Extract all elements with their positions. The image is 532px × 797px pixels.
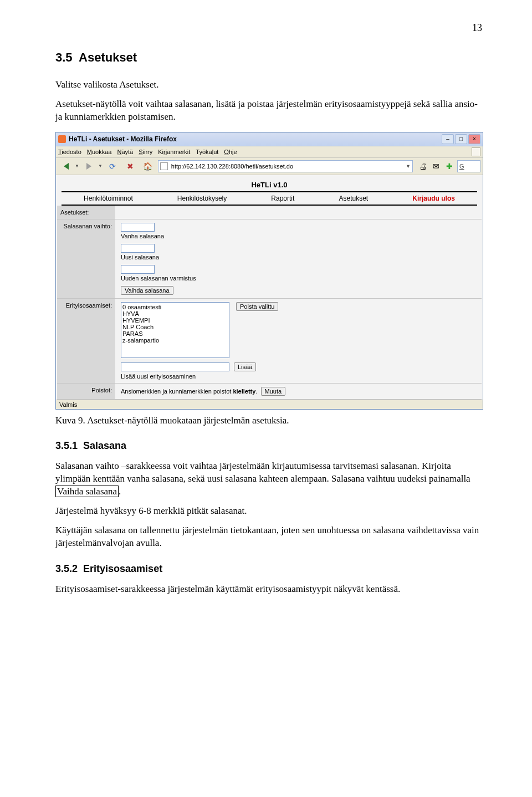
mail-icon[interactable]: ✉ bbox=[431, 161, 442, 171]
removals-text: Ansiomerkkien ja kunniamerkkien poistot bbox=[121, 388, 233, 395]
print-icon[interactable]: 🖨 bbox=[417, 161, 428, 171]
url-dropdown-icon[interactable]: ▼ bbox=[406, 164, 411, 169]
browser-window: HeTLi - Asetukset - Mozilla Firefox – □ … bbox=[55, 132, 483, 410]
firefox-icon bbox=[58, 135, 66, 143]
list-item[interactable]: 0 osaamistesti bbox=[122, 304, 228, 310]
stop-button[interactable]: ✖ bbox=[122, 160, 138, 173]
confirm-password-label: Uuden salasanan varmistus bbox=[121, 275, 476, 282]
subsection-2-title: Erityisosaamiset bbox=[83, 563, 162, 574]
password-section-body: Vanha salasana Uusi salasana Uuden salas… bbox=[115, 219, 482, 299]
removals-bold: kielletty bbox=[233, 388, 255, 395]
back-menu-chevron[interactable]: ▼ bbox=[75, 164, 79, 168]
sub1-p1-text-b: . bbox=[119, 486, 121, 497]
window-controls: – □ × bbox=[442, 134, 480, 144]
removals-section-body: Ansiomerkkien ja kunniamerkkien poistot … bbox=[115, 384, 482, 400]
page-number: 13 bbox=[55, 22, 482, 34]
menu-nayta[interactable]: Näytä bbox=[117, 149, 133, 155]
add-skill-label: Lisää uusi erityisosaaminen bbox=[121, 373, 476, 380]
section-number: 3.5 bbox=[55, 50, 73, 64]
add-icon[interactable]: ✚ bbox=[444, 161, 455, 171]
sub1-p1-text-a: Salasanan vaihto –sarakkeessa voit vaiht… bbox=[55, 461, 470, 484]
subsection-1-title: Salasana bbox=[83, 440, 126, 451]
window-title: HeTLi - Asetukset - Mozilla Firefox bbox=[69, 135, 442, 143]
reload-button[interactable]: ⟳ bbox=[105, 160, 120, 173]
figure-caption: Kuva 9. Asetukset-näytöllä muokataan jär… bbox=[55, 415, 482, 426]
section-title-text: Asetukset bbox=[79, 50, 137, 64]
confirm-password-field[interactable] bbox=[121, 265, 155, 274]
menu-muokkaa[interactable]: Muokkaa bbox=[87, 149, 112, 155]
list-item[interactable]: HYVEMPI bbox=[122, 317, 228, 324]
password-section-label: Salasanan vaihto: bbox=[57, 219, 115, 299]
intro-paragraph-1: Valitse valikosta Asetukset. bbox=[55, 79, 482, 91]
figure-screenshot: HeTLi - Asetukset - Mozilla Firefox – □ … bbox=[55, 132, 482, 410]
nav-raportit[interactable]: Raportit bbox=[265, 195, 300, 202]
menu-siirry[interactable]: Siirry bbox=[139, 149, 152, 155]
maximize-button[interactable]: □ bbox=[455, 134, 467, 144]
home-button[interactable]: 🏠 bbox=[140, 160, 156, 173]
subsection-1-heading: 3.5.1 Salasana bbox=[55, 440, 482, 452]
extension-icons: 🖨 ✉ ✚ bbox=[417, 161, 455, 171]
add-skill-field[interactable] bbox=[121, 362, 229, 371]
section-heading: 3.5 Asetukset bbox=[55, 50, 482, 65]
sub2-paragraph-1: Erityisosaamiset-sarakkeessa järjestelmä… bbox=[55, 583, 482, 596]
removals-section-label: Poistot: bbox=[57, 384, 115, 400]
new-password-field[interactable] bbox=[121, 244, 155, 253]
tab-close-icon[interactable] bbox=[472, 147, 480, 156]
app-version-header: HeTLi v1.0 bbox=[62, 176, 477, 192]
add-skill-button[interactable]: Lisää bbox=[234, 362, 256, 371]
new-password-label: Uusi salasana bbox=[121, 254, 476, 260]
menu-kirjanmerkit[interactable]: Kirjanmerkit bbox=[158, 149, 190, 155]
browser-toolbar: ▼ ▼ ⟳ ✖ 🏠 ▼ 🖨 ✉ ✚ G bbox=[56, 158, 483, 175]
remove-selected-button[interactable]: Poista valittu bbox=[236, 302, 278, 311]
close-button[interactable]: × bbox=[468, 134, 480, 144]
removals-text-end: . bbox=[255, 388, 257, 395]
sub1-paragraph-1: Salasanan vaihto –sarakkeessa voit vaiht… bbox=[55, 460, 482, 498]
change-password-button[interactable]: Vaihda salasana bbox=[121, 286, 173, 295]
minimize-button[interactable]: – bbox=[442, 134, 454, 144]
url-input[interactable] bbox=[170, 162, 403, 170]
nav-henkilotoiminnot[interactable]: Henkilötoiminnot bbox=[78, 195, 139, 202]
old-password-field[interactable] bbox=[121, 223, 155, 232]
nav-henkilostokysely[interactable]: Henkilöstökysely bbox=[172, 195, 232, 202]
list-item[interactable]: HYVÄ bbox=[122, 310, 228, 317]
address-bar[interactable]: ▼ bbox=[158, 160, 413, 172]
subsection-1-number: 3.5.1 bbox=[55, 440, 78, 451]
search-engine-icon: G bbox=[459, 163, 464, 170]
old-password-label: Vanha salasana bbox=[121, 233, 476, 239]
sub1-paragraph-3: Käyttäjän salasana on tallennettu järjes… bbox=[55, 524, 482, 550]
app-nav: Henkilötoiminnot Henkilöstökysely Raport… bbox=[62, 192, 477, 206]
settings-grid: Asetukset: Salasanan vaihto: Vanha salas… bbox=[57, 206, 482, 400]
subsection-2-heading: 3.5.2 Erityisosaamiset bbox=[55, 563, 482, 575]
search-box[interactable]: G bbox=[457, 160, 480, 172]
forward-button[interactable] bbox=[81, 160, 97, 173]
change-removals-button[interactable]: Muuta bbox=[261, 387, 286, 396]
list-item[interactable]: z-salampartio bbox=[122, 337, 228, 344]
list-item[interactable]: PARAS bbox=[122, 330, 228, 337]
subsection-2-number: 3.5.2 bbox=[55, 563, 78, 574]
boxed-button-label: Vaihda salasana bbox=[55, 486, 119, 497]
nav-asetukset[interactable]: Asetukset bbox=[333, 195, 374, 202]
back-button[interactable] bbox=[58, 160, 74, 173]
intro-paragraph-2: Asetukset-näytöllä voit vaihtaa salasana… bbox=[55, 98, 482, 124]
menu-tiedosto[interactable]: Tiedosto bbox=[58, 149, 81, 155]
nav-logout[interactable]: Kirjaudu ulos bbox=[407, 195, 461, 202]
page-icon bbox=[160, 162, 168, 170]
menu-ohje[interactable]: Ohje bbox=[224, 149, 237, 155]
skills-section-label: Erityisosaamiset: bbox=[57, 299, 115, 384]
skills-section-body: 0 osaamistesti HYVÄ HYVEMPI NLP Coach PA… bbox=[115, 299, 482, 384]
menu-tyokalut[interactable]: Työkalut bbox=[196, 149, 218, 155]
browser-menubar: Tiedosto Muokkaa Näytä Siirry Kirjanmerk… bbox=[56, 146, 483, 158]
sub1-paragraph-2: Järjestelmä hyväksyy 6-8 merkkiä pitkät … bbox=[55, 505, 482, 518]
forward-menu-chevron[interactable]: ▼ bbox=[98, 164, 103, 168]
settings-heading: Asetukset: bbox=[57, 206, 115, 219]
list-item[interactable]: NLP Coach bbox=[122, 324, 228, 330]
skills-listbox[interactable]: 0 osaamistesti HYVÄ HYVEMPI NLP Coach PA… bbox=[121, 302, 229, 358]
page-content: HeTLi v1.0 Henkilötoiminnot Henkilöstöky… bbox=[56, 175, 483, 400]
browser-titlebar: HeTLi - Asetukset - Mozilla Firefox – □ … bbox=[56, 132, 483, 146]
browser-statusbar: Valmis bbox=[56, 400, 483, 409]
